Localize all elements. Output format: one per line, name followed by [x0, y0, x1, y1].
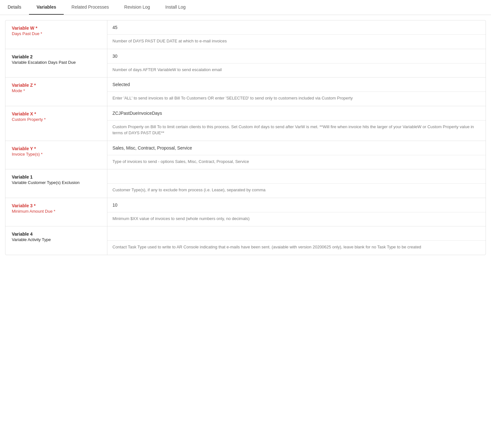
variable-description-varX: Custom Property on Bill To to limit cert… [107, 121, 486, 141]
variable-row-varY: Variable Y *Invoice Type(s) *Type of inv… [5, 141, 486, 170]
variable-input-varW[interactable] [112, 24, 480, 31]
variable-left-varX: Variable X *Custom Property * [5, 106, 107, 141]
variable-row-varZ: Variable Z *Mode *Enter 'ALL' to send in… [5, 77, 486, 106]
variable-left-var1: Variable 1Variable Customer Type(s) Excl… [5, 169, 107, 198]
tab-revision-log[interactable]: Revision Log [117, 0, 158, 15]
variable-row-varX: Variable X *Custom Property *Custom Prop… [5, 106, 486, 141]
variable-input-var4[interactable] [112, 230, 480, 237]
variable-input-area-varW [107, 20, 486, 35]
variable-row-var4: Variable 4Variable Activity TypeContact … [5, 226, 486, 255]
variable-description-varW: Number of DAYS PAST DUE DATE at which to… [107, 35, 486, 49]
variable-description-var1: Customer Type(s), if any to exclude from… [107, 184, 486, 198]
variable-input-area-varZ [107, 77, 486, 92]
variable-right-varZ: Enter 'ALL' to send invoices to all Bill… [107, 77, 486, 106]
variable-name-varW: Variable W * [12, 26, 101, 31]
variable-input-varX[interactable] [112, 109, 480, 117]
variable-input-varY[interactable] [112, 144, 480, 152]
variable-row-var3: Variable 3 *Minimum Amount Due *Minimum … [5, 198, 486, 227]
variable-right-var4: Contact Task Type used to write to AR Co… [107, 226, 486, 255]
tab-install-log[interactable]: Install Log [158, 0, 193, 15]
variable-right-varY: Type of invoices to send - options Sales… [107, 141, 486, 169]
variable-label-var2: Variable Escalation Days Past Due [12, 60, 101, 65]
variable-description-var3: Minimum $XX value of invoices to send (w… [107, 212, 486, 226]
variable-left-varZ: Variable Z *Mode * [5, 77, 107, 106]
variable-label-varW: Days Past Due * [12, 31, 101, 36]
variable-right-var2: Number of days AFTER VariableW to send e… [107, 49, 486, 77]
variable-input-area-varX [107, 106, 486, 121]
variable-input-area-var2 [107, 49, 486, 63]
variable-left-var4: Variable 4Variable Activity Type [5, 226, 107, 255]
variable-right-varX: Custom Property on Bill To to limit cert… [107, 106, 486, 141]
variable-description-varZ: Enter 'ALL' to send invoices to all Bill… [107, 92, 486, 106]
variable-row-var1: Variable 1Variable Customer Type(s) Excl… [5, 169, 486, 198]
tab-variables[interactable]: Variables [29, 0, 64, 15]
variable-name-var1: Variable 1 [12, 174, 101, 180]
tab-details[interactable]: Details [0, 0, 29, 15]
variable-input-area-var4 [107, 226, 486, 241]
variable-row-varW: Variable W *Days Past Due *Number of DAY… [5, 20, 486, 49]
variable-description-var2: Number of days AFTER VariableW to send e… [107, 63, 486, 77]
variable-label-var1: Variable Customer Type(s) Exclusion [12, 180, 101, 185]
variable-name-varZ: Variable Z * [12, 83, 101, 88]
variable-input-var1[interactable] [112, 173, 480, 180]
variable-row-var2: Variable 2Variable Escalation Days Past … [5, 49, 486, 78]
variable-label-varY: Invoice Type(s) * [12, 152, 101, 157]
variable-name-varX: Variable X * [12, 111, 101, 116]
tab-bar: DetailsVariablesRelated ProcessesRevisio… [0, 0, 491, 15]
variable-left-varW: Variable W *Days Past Due * [5, 20, 107, 49]
variable-right-var3: Minimum $XX value of invoices to send (w… [107, 198, 486, 226]
variable-label-varZ: Mode * [12, 88, 101, 93]
tab-related-processes[interactable]: Related Processes [64, 0, 117, 15]
variable-label-var3: Minimum Amount Due * [12, 209, 101, 214]
variable-name-var4: Variable 4 [12, 231, 101, 237]
main-content: Variable W *Days Past Due *Number of DAY… [0, 20, 491, 255]
variable-input-var2[interactable] [112, 52, 480, 60]
variable-left-var3: Variable 3 *Minimum Amount Due * [5, 198, 107, 226]
variable-right-varW: Number of DAYS PAST DUE DATE at which to… [107, 20, 486, 49]
variable-left-var2: Variable 2Variable Escalation Days Past … [5, 49, 107, 77]
variable-input-area-varY [107, 141, 486, 155]
variable-input-area-var1 [107, 169, 486, 184]
variable-name-var2: Variable 2 [12, 54, 101, 59]
variable-input-var3[interactable] [112, 201, 480, 209]
variable-left-varY: Variable Y *Invoice Type(s) * [5, 141, 107, 169]
variable-right-var1: Customer Type(s), if any to exclude from… [107, 169, 486, 198]
variable-input-varZ[interactable] [112, 81, 480, 88]
variable-name-varY: Variable Y * [12, 146, 101, 151]
variable-label-varX: Custom Property * [12, 117, 101, 122]
variable-input-area-var3 [107, 198, 486, 212]
variables-container: Variable W *Days Past Due *Number of DAY… [5, 20, 486, 255]
variable-description-varY: Type of invoices to send - options Sales… [107, 155, 486, 169]
variable-name-var3: Variable 3 * [12, 203, 101, 208]
variable-label-var4: Variable Activity Type [12, 237, 101, 242]
variable-description-var4: Contact Task Type used to write to AR Co… [107, 241, 486, 255]
